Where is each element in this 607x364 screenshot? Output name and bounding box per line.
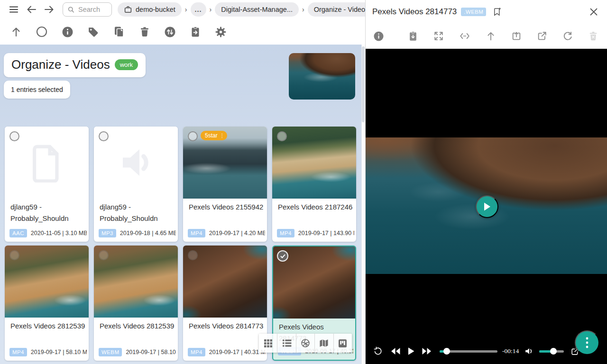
vertical-scrollbar[interactable]: [361, 45, 365, 364]
external-link-icon: [537, 31, 547, 41]
fullscreen-expand-icon: [433, 31, 444, 41]
grid-view-button[interactable]: [259, 334, 277, 353]
folder-content-area: Organize - Videos work 1 entries selecte…: [0, 45, 365, 364]
asset-card[interactable]: djlang59 - Probably_Shouldn MP3 2019-09-…: [94, 127, 178, 242]
back-button[interactable]: [24, 2, 39, 17]
more-actions-fab[interactable]: [575, 330, 599, 355]
more-vertical-icon: ⋮: [220, 133, 225, 138]
copy-button[interactable]: [112, 25, 126, 39]
gallery-view-button[interactable]: [296, 334, 315, 353]
breadcrumb-collapsed[interactable]: ...: [191, 2, 206, 17]
arrow-up-icon: [486, 31, 496, 41]
format-badge: MP4: [277, 229, 294, 237]
breadcrumb-folder[interactable]: Digital-Asset-Manage...: [215, 2, 299, 17]
open-external-button[interactable]: [535, 29, 549, 43]
remaining-time: -00:14: [502, 347, 519, 355]
fast-forward-button[interactable]: [422, 347, 432, 355]
rewind-button[interactable]: [390, 347, 401, 355]
paste-download-button[interactable]: [406, 29, 420, 43]
volume-slider[interactable]: [539, 350, 564, 353]
info-icon: [373, 31, 384, 42]
loop-button[interactable]: [373, 346, 383, 356]
progress-knob[interactable]: [443, 348, 450, 355]
loop-icon: [373, 346, 383, 356]
tag-button[interactable]: [86, 25, 100, 39]
play-button[interactable]: [407, 347, 415, 355]
forward-button[interactable]: [42, 2, 57, 17]
asset-card[interactable]: Pexels Videos 2812539 MP4 2019-09-17 | 5…: [5, 246, 89, 361]
breadcrumb-bucket[interactable]: demo-bucket: [118, 2, 182, 17]
select-radio[interactable]: [188, 131, 198, 141]
select-radio[interactable]: [9, 250, 19, 260]
select-radio[interactable]: [9, 131, 19, 141]
paste-move-button[interactable]: [189, 25, 202, 38]
transfer-button[interactable]: [163, 25, 177, 39]
preview-info-button[interactable]: [371, 29, 386, 44]
asset-footer: MP4 2019-09-17 | 40.31 MB: [188, 348, 265, 356]
menu-button[interactable]: [7, 2, 21, 17]
volume-button[interactable]: [524, 347, 534, 355]
trash-x-disabled-icon: [588, 31, 598, 41]
asset-card[interactable]: Pexels Videos 2812539 WEBM 2019-09-17 | …: [94, 246, 178, 361]
gallery-view-icon: [301, 338, 310, 348]
selection-status: 1 entries selected: [4, 81, 70, 99]
kanban-view-button[interactable]: [334, 334, 352, 353]
export-button[interactable]: [484, 29, 498, 43]
breadcrumb-label: demo-bucket: [136, 6, 175, 13]
asset-action-toolbar: [0, 19, 365, 45]
play-icon: [407, 347, 415, 355]
asset-footer: AAC 2020-11-05 | 3.10 MB: [9, 229, 87, 237]
scrollbar-thumb[interactable]: [362, 46, 365, 122]
rewind-icon: [390, 347, 401, 355]
asset-card[interactable]: 5star⋮ Pexels Videos 2155942 MP4 2019-09…: [183, 127, 267, 242]
asset-footer: MP4 2019-09-17 | 58.10 MB: [9, 348, 87, 356]
asset-title: Pexels Videos 2812539: [10, 320, 86, 332]
search-box[interactable]: [63, 2, 112, 17]
progress-slider[interactable]: [440, 350, 497, 353]
select-radio[interactable]: [277, 131, 287, 141]
close-preview-button[interactable]: [587, 5, 600, 18]
folder-title-card: Organize - Videos work: [4, 53, 146, 77]
selected-check-icon[interactable]: [277, 250, 288, 262]
settings-button[interactable]: [214, 25, 228, 39]
view-mode-toolbar: [259, 334, 352, 353]
top-navigation-bar: demo-bucket › ... › Digital-Asset-Manage…: [0, 0, 365, 19]
delete-disabled-button[interactable]: [586, 29, 600, 43]
volume-knob[interactable]: [550, 348, 557, 355]
select-radio[interactable]: [188, 250, 198, 260]
asset-title: djlang59 - Probably_Shouldn: [100, 201, 175, 224]
work-badge: work: [115, 59, 138, 70]
select-all-button[interactable]: [35, 25, 49, 39]
open-in-window-icon: [511, 31, 522, 41]
asset-meta: 2019-09-18 | 4.65 MB: [120, 230, 176, 237]
more-vertical-icon: [586, 337, 589, 348]
search-input[interactable]: [78, 6, 107, 13]
asset-card[interactable]: Pexels Videos 2187246 MP4 2019-09-17 | 1…: [272, 127, 356, 242]
copy-icon: [113, 26, 125, 38]
video-player[interactable]: -00:14: [366, 49, 607, 364]
browser-panel: demo-bucket › ... › Digital-Asset-Manage…: [0, 0, 365, 364]
play-overlay-button[interactable]: [476, 195, 498, 218]
bookmark-add-button[interactable]: [490, 5, 504, 18]
asset-card[interactable]: djlang59 - Probably_Shouldn AAC 2020-11-…: [5, 127, 89, 242]
play-icon: [482, 201, 492, 212]
fullscreen-button[interactable]: [432, 29, 446, 43]
refresh-icon: [562, 31, 573, 41]
select-radio[interactable]: [99, 131, 109, 141]
list-view-icon: [282, 339, 292, 347]
embed-code-button[interactable]: [457, 29, 472, 43]
info-button[interactable]: [61, 25, 74, 39]
rating-badge[interactable]: 5star⋮: [201, 131, 227, 140]
upload-button[interactable]: [9, 25, 23, 38]
asset-thumbnail: [94, 127, 178, 199]
move-to-window-button[interactable]: [509, 29, 524, 43]
asset-card[interactable]: Pexels Videos 2814773 MP4 2019-09-17 | 4…: [183, 246, 267, 361]
select-radio[interactable]: [99, 250, 109, 260]
kanban-view-icon: [338, 339, 347, 348]
reload-button[interactable]: [561, 29, 575, 43]
delete-button[interactable]: [138, 25, 151, 38]
list-view-button[interactable]: [277, 334, 296, 353]
upload-icon: [10, 26, 22, 37]
asset-thumbnail: [5, 127, 89, 199]
map-view-button[interactable]: [315, 334, 333, 353]
